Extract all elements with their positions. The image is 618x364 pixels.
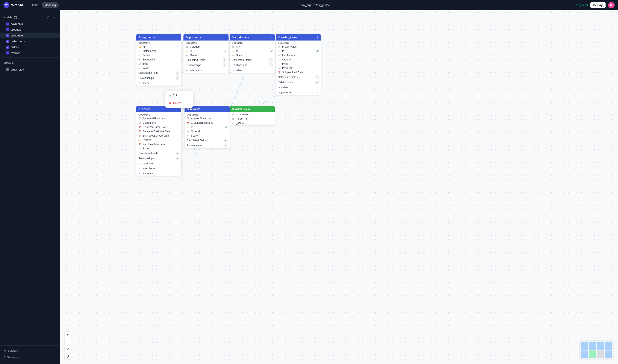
settings-item[interactable]: ⚙ Settings xyxy=(0,347,60,354)
views-list: Vorder_view xyxy=(0,67,60,72)
nav-modeling[interactable]: Modeling xyxy=(42,2,59,8)
related-icon2: ⊙ xyxy=(138,167,140,170)
order-items-menu-button[interactable]: ⋮ xyxy=(316,36,319,39)
minimap[interactable] xyxy=(579,340,614,360)
calc-label: Calculated Fields xyxy=(187,139,206,142)
products-relationships[interactable]: Relationships + xyxy=(183,63,229,68)
customers-menu-button[interactable]: ⋮ xyxy=(270,36,273,39)
orders-related-payments[interactable]: ⊙ payments ⋮ xyxy=(136,171,181,176)
sidebar-item-order_view[interactable]: Vorder_view xyxy=(0,67,60,72)
num3-icon: ⇄ xyxy=(278,63,281,65)
order-view-card-header[interactable]: ⊙ order_view ⋮ xyxy=(230,106,275,112)
orders-menu-button[interactable]: ⋮ xyxy=(176,107,179,111)
expand-icon: + xyxy=(223,58,226,62)
field-oi-productid: az ProductId xyxy=(276,66,321,70)
payments-title: payments xyxy=(142,36,155,39)
refresh-models-button[interactable]: ↺ xyxy=(46,15,50,20)
key-icon: az xyxy=(232,50,235,52)
customers-calc-fields[interactable]: Calculated Fields + xyxy=(230,57,275,63)
payments-related-orders[interactable]: ⊙ orders ⋮ xyxy=(136,81,181,86)
related-icon: ⊙ xyxy=(186,69,188,72)
field-oi-price: ⇄ Price xyxy=(276,62,321,66)
reviews-menu-button[interactable]: ⋮ xyxy=(225,107,227,111)
oi-relationships[interactable]: Relationships + xyxy=(276,80,321,85)
nav-links: Home Modeling xyxy=(28,2,59,8)
delete-menu-item[interactable]: 🗑 Delete xyxy=(165,100,193,106)
orders-relationships[interactable]: Relationships + xyxy=(136,156,181,161)
customers-related-orders[interactable]: ⊙ orders ⋮ xyxy=(230,68,275,73)
order-view-menu-button[interactable]: ⋮ xyxy=(270,107,273,111)
reviews-columns-label: Columns xyxy=(185,112,230,117)
reviews-calc-fields[interactable]: Calculated Fields + xyxy=(185,138,230,143)
avatar[interactable]: TE xyxy=(608,2,615,8)
context-divider xyxy=(165,99,193,99)
related-dots3[interactable]: ⋮ xyxy=(177,172,179,175)
oi-related-orders[interactable]: ⊙ orders ⋮ xyxy=(276,85,321,90)
logo: W WrenAI xyxy=(3,2,23,8)
link-icon: 🔗 xyxy=(177,139,179,141)
products-calc-fields[interactable]: Calculated Fields + xyxy=(183,57,229,63)
check-icon: ✓ xyxy=(575,3,577,7)
breadcrumb-project[interactable]: test_project ▾ xyxy=(316,3,332,7)
sidebar-item-reviews[interactable]: Mreviews xyxy=(0,50,60,56)
reviews-relationships[interactable]: Relationships + xyxy=(185,143,230,148)
related-dots[interactable]: ⋮ xyxy=(177,162,179,165)
order-view-icon: ⊙ xyxy=(232,108,234,111)
zoom-out-button[interactable]: − xyxy=(64,339,71,345)
nav-right: ✓ Synced Deploy TE xyxy=(575,2,615,8)
deploy-button[interactable]: Deploy xyxy=(590,2,605,8)
field-oi-shippinglimit: 📅 ShippingLimitDate xyxy=(276,70,321,75)
nav-home[interactable]: Home xyxy=(28,2,41,8)
sidebar-item-products[interactable]: Mproducts xyxy=(0,27,60,33)
related-icon3: ⊙ xyxy=(138,172,140,175)
cal2-icon: 📅 xyxy=(187,122,190,124)
sidebar-item-payments[interactable]: Mpayments xyxy=(0,21,60,27)
payments-menu-button[interactable]: ⋮ xyxy=(176,36,179,39)
views-actions: ＋ xyxy=(52,61,56,65)
expand-icon: + xyxy=(315,76,319,79)
oi-related-products[interactable]: ⊙ products ⋮ xyxy=(276,90,321,95)
payments-card-header[interactable]: ⊙ payments ⋮ xyxy=(136,34,181,40)
related-dots[interactable]: ⋮ xyxy=(270,69,273,72)
customers-card-header[interactable]: ⊙ customers ⋮ xyxy=(230,34,275,40)
field-orders-customerid: az CustomerId xyxy=(136,121,181,125)
edit-menu-item[interactable]: ✏ Edit xyxy=(165,92,193,99)
az-icon: az xyxy=(232,113,235,116)
calc-label: Calculated Fields xyxy=(138,71,158,74)
breadcrumb-org[interactable]: my_org ▾ xyxy=(302,3,313,7)
field-payments-type: az Type xyxy=(136,62,181,66)
field-oi-itemnumber: ⇄ ItemNumber xyxy=(276,53,321,57)
orders-related-order-items[interactable]: ⊙ order_items ⋮ xyxy=(136,166,181,171)
key-icon: az xyxy=(138,46,141,48)
refresh-button[interactable]: ↺ xyxy=(64,353,71,360)
payments-relationships[interactable]: Relationships + xyxy=(136,76,181,81)
orders-related-customers[interactable]: ⊙ customers ⋮ xyxy=(136,161,181,166)
customers-relationships[interactable]: Relationships + xyxy=(230,63,275,68)
products-related-order-items[interactable]: ⊙ order_items ⋮ xyxy=(183,68,229,73)
related-dots[interactable]: ⋮ xyxy=(177,82,179,84)
sidebar-item-order_items[interactable]: Morder_items xyxy=(0,38,60,44)
edit-icon: ✏ xyxy=(169,94,171,97)
oi-calc-fields[interactable]: Calculated Fields + xyxy=(276,75,321,80)
related-dots[interactable]: ⋮ xyxy=(316,86,319,89)
order-items-card-header[interactable]: ⊙ order_items ⋮ xyxy=(276,34,321,40)
sidebar-bottom: ⚙ Settings ? Get support xyxy=(0,345,60,361)
products-menu-button[interactable]: ⋮ xyxy=(224,36,226,39)
related-dots2[interactable]: ⋮ xyxy=(177,168,179,170)
fit-button[interactable]: ⤢ xyxy=(64,346,71,352)
related-dots[interactable]: ⋮ xyxy=(224,69,226,72)
sidebar-item-orders[interactable]: Morders xyxy=(0,44,60,50)
products-card-header[interactable]: ⊙ products ⋮ xyxy=(183,34,229,40)
add-model-button[interactable]: ＋ xyxy=(52,15,56,20)
num-icon: ⇄ xyxy=(187,135,190,137)
canvas[interactable]: ⊙ payments ⋮ Columns az Id 🔗 ⇄ Installme… xyxy=(60,10,618,364)
orders-columns-label: Columns xyxy=(136,112,181,117)
zoom-in-button[interactable]: + xyxy=(64,331,71,338)
orders-calc-fields[interactable]: Calculated Fields + xyxy=(136,151,181,156)
rel-label: Relationships xyxy=(278,81,293,84)
payments-calc-fields[interactable]: Calculated Fields + xyxy=(136,70,181,76)
support-item[interactable]: ? Get support xyxy=(0,354,60,361)
sidebar-item-customers[interactable]: Mcustomers xyxy=(0,33,60,38)
add-view-button[interactable]: ＋ xyxy=(52,61,56,65)
related-dots2[interactable]: ⋮ xyxy=(316,91,319,94)
